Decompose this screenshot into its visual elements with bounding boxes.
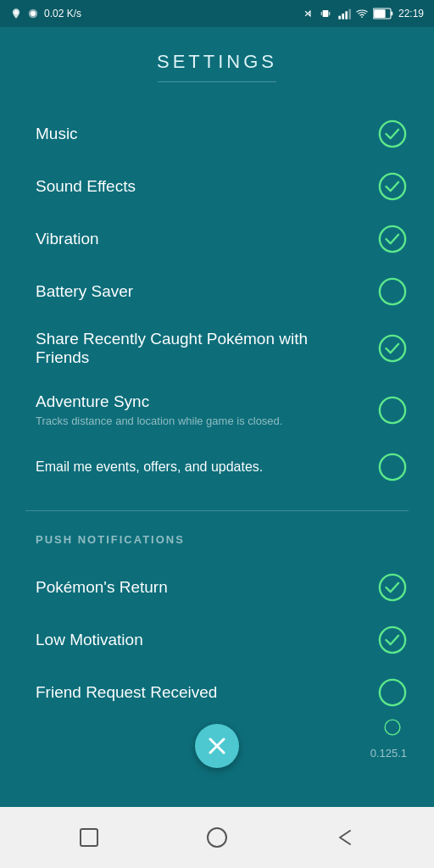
pokemon-return-toggle[interactable]: [378, 573, 407, 602]
email-updates-label: Email me events, offers, and updates.: [36, 459, 364, 475]
settings-item-sound-effects[interactable]: Sound Effects: [0, 160, 434, 213]
music-toggle[interactable]: [378, 120, 407, 148]
partial-toggle-icon: [378, 719, 407, 736]
battery-icon: [373, 8, 393, 19]
svg-point-26: [208, 828, 226, 847]
battery-saver-toggle[interactable]: [378, 277, 407, 306]
svg-point-21: [380, 575, 405, 600]
friend-request-label: Friend Request Received: [36, 683, 364, 702]
svg-point-16: [380, 226, 405, 252]
pokemon-return-text: Pokémon's Return: [36, 578, 378, 597]
vibration-toggle[interactable]: [378, 225, 407, 253]
low-motivation-text: Low Motivation: [36, 631, 378, 649]
version-number: 0.125.1: [370, 747, 407, 760]
time-display: 22:19: [398, 8, 424, 19]
svg-point-22: [380, 627, 405, 653]
settings-item-email-updates[interactable]: Email me events, offers, and updates.: [0, 441, 434, 493]
settings-item-adventure-sync[interactable]: Adventure Sync Tracks distance and locat…: [0, 379, 434, 441]
svg-rect-3: [323, 10, 329, 17]
home-circle-icon: [205, 826, 229, 849]
settings-item-battery-saver[interactable]: Battery Saver: [0, 265, 434, 318]
main-settings-section: Music Sound Effects Vibration Battery Sa…: [0, 99, 434, 502]
adventure-sync-sublabel: Tracks distance and location while game …: [36, 414, 364, 429]
svg-rect-8: [345, 11, 348, 19]
low-motivation-toggle[interactable]: [378, 626, 407, 654]
low-motivation-label: Low Motivation: [36, 631, 364, 649]
svg-rect-6: [338, 16, 341, 19]
nav-back-button[interactable]: [333, 826, 357, 849]
svg-rect-9: [348, 9, 351, 19]
settings-item-pokemon-return[interactable]: Pokémon's Return: [0, 561, 434, 614]
nav-home-button[interactable]: [205, 826, 229, 849]
pokemon-return-label: Pokémon's Return: [36, 578, 364, 597]
svg-rect-5: [329, 12, 330, 15]
settings-item-friend-request[interactable]: Friend Request Received: [0, 666, 434, 719]
battery-saver-label: Battery Saver: [36, 282, 364, 301]
sound-effects-text: Sound Effects: [36, 177, 378, 196]
push-notifications-header: PUSH NOTIFICATIONS: [0, 520, 434, 553]
share-pokemon-label: Share Recently Caught Pokémon with Frien…: [36, 330, 364, 367]
svg-point-20: [380, 454, 405, 480]
email-updates-text: Email me events, offers, and updates.: [36, 459, 378, 475]
vibration-text: Vibration: [36, 230, 378, 248]
svg-rect-4: [321, 12, 322, 15]
settings-item-vibration[interactable]: Vibration: [0, 213, 434, 265]
music-text: Music: [36, 125, 378, 143]
svg-rect-7: [342, 14, 344, 19]
status-right: 22:19: [302, 8, 424, 19]
settings-item-low-motivation[interactable]: Low Motivation: [0, 614, 434, 666]
settings-item-music[interactable]: Music: [0, 108, 434, 160]
svg-point-17: [380, 279, 405, 304]
share-pokemon-toggle[interactable]: [378, 334, 407, 363]
vibration-icon: [319, 8, 332, 19]
battery-saver-text: Battery Saver: [36, 282, 378, 301]
push-notifications-section: Pokémon's Return Low Motivation Friend R…: [0, 553, 434, 744]
friend-request-text: Friend Request Received: [36, 683, 378, 702]
status-bar: 0.02 K/s 22:19: [0, 0, 434, 27]
svg-rect-13: [374, 9, 386, 18]
svg-point-14: [380, 121, 405, 147]
svg-point-24: [385, 720, 400, 735]
section-divider: [25, 510, 409, 511]
friend-request-toggle[interactable]: [378, 678, 407, 707]
svg-point-23: [380, 680, 405, 705]
sound-effects-toggle[interactable]: [378, 172, 407, 201]
music-label: Music: [36, 125, 364, 143]
svg-point-19: [380, 398, 405, 423]
wifi-icon: [356, 8, 368, 19]
status-left: 0.02 K/s: [10, 8, 81, 19]
adventure-sync-label: Adventure Sync: [36, 392, 364, 411]
page-title: SETTINGS: [0, 27, 434, 81]
share-pokemon-text: Share Recently Caught Pokémon with Frien…: [36, 330, 378, 367]
nav-square-button[interactable]: [77, 826, 101, 849]
bluetooth-icon: [302, 8, 314, 19]
svg-rect-25: [81, 829, 97, 846]
email-updates-toggle[interactable]: [378, 453, 407, 481]
vibration-label: Vibration: [36, 230, 364, 248]
settings-item-share-pokemon[interactable]: Share Recently Caught Pokémon with Frien…: [0, 318, 434, 379]
navigation-bar: [0, 807, 434, 868]
location-icon: [10, 8, 22, 19]
svg-point-2: [31, 11, 36, 16]
svg-rect-12: [391, 12, 392, 16]
adventure-sync-text: Adventure Sync Tracks distance and locat…: [36, 392, 378, 429]
data-speed: 0.02 K/s: [44, 8, 81, 19]
title-divider: [158, 81, 276, 82]
svg-point-10: [361, 16, 363, 18]
sound-effects-label: Sound Effects: [36, 177, 364, 196]
fab-close-button[interactable]: [195, 724, 239, 768]
back-triangle-icon: [333, 826, 357, 849]
svg-point-18: [380, 336, 405, 361]
sync-icon: [27, 8, 39, 19]
close-icon: [206, 735, 228, 757]
signal-icon: [337, 8, 351, 19]
adventure-sync-toggle[interactable]: [378, 396, 407, 425]
svg-point-15: [380, 174, 405, 199]
square-icon: [77, 826, 101, 849]
